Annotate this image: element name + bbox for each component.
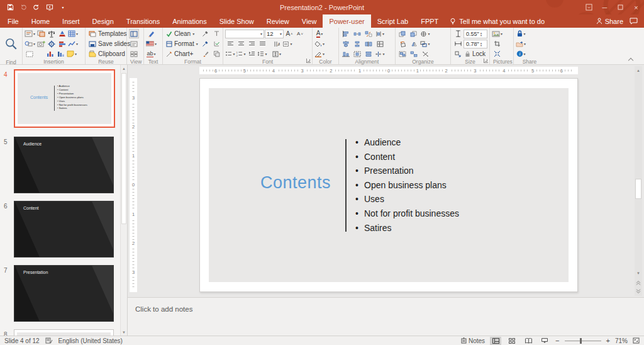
text-frame-icon[interactable] bbox=[25, 49, 35, 59]
size-dialog-launcher-icon[interactable] bbox=[484, 59, 488, 63]
maximize-icon[interactable] bbox=[613, 0, 628, 14]
match-size-icon[interactable]: ▾ bbox=[375, 49, 385, 59]
align-center-icon[interactable] bbox=[236, 39, 246, 48]
layers-icon[interactable]: ▾ bbox=[420, 29, 430, 38]
customize-qat-icon[interactable]: ▾ bbox=[58, 3, 67, 12]
thumbnail-slide-4[interactable]: Contents AudienceContentPresentationOpen… bbox=[14, 69, 115, 128]
insert-slide-icon[interactable]: ▾ bbox=[25, 29, 35, 38]
templates-button[interactable]: Templates bbox=[87, 29, 131, 38]
align-objects-left-icon[interactable] bbox=[341, 29, 351, 38]
comment-icon[interactable] bbox=[630, 18, 638, 25]
language-flag-icon[interactable]: ▾ bbox=[146, 39, 157, 48]
tab-power-user[interactable]: Power-user bbox=[323, 14, 370, 28]
protect-lock-icon[interactable]: ▾ bbox=[516, 29, 526, 38]
line-chart-icon[interactable]: ▾ bbox=[68, 39, 78, 48]
line-spacing-icon[interactable]: ▾ bbox=[257, 49, 267, 59]
outline-color-icon[interactable]: ▾ bbox=[314, 49, 325, 59]
brush-icon[interactable] bbox=[201, 49, 211, 59]
fill-color-icon[interactable]: ▾ bbox=[314, 39, 325, 48]
editor-scrollbar-thumb[interactable] bbox=[635, 179, 641, 199]
align-right-icon[interactable] bbox=[247, 39, 257, 48]
zoom-level[interactable]: 71% bbox=[615, 337, 628, 344]
thumbnail-slide-5[interactable]: Audience bbox=[14, 137, 114, 193]
height-icon[interactable] bbox=[453, 29, 463, 38]
language-indicator[interactable]: English (United States) bbox=[58, 337, 123, 344]
slideshow-view-button[interactable] bbox=[539, 337, 550, 345]
swap-position-icon[interactable] bbox=[364, 29, 374, 38]
tab-transitions[interactable]: Transitions bbox=[120, 14, 166, 28]
tab-file[interactable]: File bbox=[1, 14, 25, 28]
ungroup-objects-icon[interactable] bbox=[409, 49, 419, 59]
flip-icon[interactable] bbox=[409, 39, 419, 48]
format-button[interactable]: Format▾ bbox=[165, 39, 199, 48]
indent-icon[interactable] bbox=[247, 49, 257, 59]
chart-plus-button[interactable]: Chart+ bbox=[165, 49, 199, 59]
outline-view-icon[interactable] bbox=[129, 39, 139, 48]
previous-slide-icon[interactable] bbox=[635, 278, 642, 286]
spell-check-icon[interactable] bbox=[45, 337, 53, 344]
bullet-item[interactable]: Uses bbox=[355, 192, 459, 206]
thumbnail-slide-8[interactable] bbox=[14, 329, 114, 336]
font-name-select[interactable]: ▾ bbox=[225, 30, 264, 38]
dock-objects-icon[interactable] bbox=[364, 39, 374, 48]
reading-view-button[interactable] bbox=[523, 337, 534, 345]
editor-scrollbar[interactable]: ▲ ▼ bbox=[635, 66, 642, 296]
export-icon[interactable]: ▾ bbox=[516, 39, 526, 48]
zoom-out-button[interactable]: − bbox=[555, 337, 559, 344]
copy-format-icon[interactable] bbox=[212, 49, 222, 59]
grid-view-icon[interactable] bbox=[129, 49, 139, 59]
normal-view-icon[interactable] bbox=[129, 29, 139, 38]
bullet-item[interactable]: Presentation bbox=[355, 164, 459, 178]
thumbnail-slide-7[interactable]: Presentation bbox=[14, 265, 114, 322]
bullet-item[interactable]: Open business plans bbox=[355, 178, 459, 193]
collapse-ribbon-icon[interactable] bbox=[628, 57, 634, 62]
compress-icon[interactable] bbox=[492, 49, 502, 59]
clean-button[interactable]: Clean▾ bbox=[165, 29, 199, 38]
height-input[interactable]: 0.55"▴▾ bbox=[464, 30, 487, 38]
zoom-slider[interactable] bbox=[565, 341, 601, 341]
width-input[interactable]: 0.78"▴▾ bbox=[464, 40, 487, 48]
lock-button[interactable]: Lock bbox=[464, 49, 487, 59]
stacked-bar-icon[interactable] bbox=[57, 39, 67, 48]
font-color-icon[interactable]: A▾ bbox=[314, 29, 325, 38]
align-objects-center-icon[interactable] bbox=[341, 39, 351, 48]
align-left-icon[interactable] bbox=[225, 39, 235, 48]
save-slides-button[interactable]: Save slides bbox=[87, 39, 131, 48]
ribbon-display-options-icon[interactable] bbox=[581, 0, 597, 14]
save-icon[interactable] bbox=[6, 3, 14, 12]
slide-canvas[interactable]: Contents Audience Content Presentation O… bbox=[199, 78, 578, 292]
increase-font-icon[interactable]: A˄ bbox=[284, 29, 294, 38]
column-chart-icon[interactable] bbox=[45, 49, 55, 59]
scroll-up-icon[interactable]: ▲ bbox=[121, 65, 127, 72]
redo-icon[interactable] bbox=[32, 3, 41, 12]
tab-insert[interactable]: Insert bbox=[56, 14, 86, 28]
font-size-select[interactable]: 12▾ bbox=[265, 30, 284, 38]
table-icon[interactable]: ▾ bbox=[68, 29, 78, 38]
bullet-item[interactable]: Satires bbox=[355, 221, 459, 235]
pyramid-chart-icon[interactable] bbox=[57, 29, 67, 38]
scatter-icon[interactable] bbox=[420, 49, 430, 59]
tab-home[interactable]: Home bbox=[25, 14, 56, 28]
zoom-slider-thumb[interactable] bbox=[580, 338, 582, 344]
golden-canon-icon[interactable] bbox=[375, 39, 385, 48]
decrease-font-icon[interactable]: A˅ bbox=[295, 29, 305, 38]
sticky-note-icon[interactable]: ▾ bbox=[67, 49, 77, 59]
scroll-down-icon[interactable]: ▼ bbox=[121, 329, 127, 336]
thumbnail-scrollbar-thumb[interactable] bbox=[121, 73, 126, 224]
numbered-list-icon[interactable]: 12▾ bbox=[236, 49, 246, 59]
group-objects-icon[interactable] bbox=[397, 49, 408, 59]
align-objects-bottom-icon[interactable] bbox=[341, 49, 351, 59]
tell-me-box[interactable]: Tell me what you want to do bbox=[445, 14, 550, 28]
bullet-list-icon[interactable]: ▾ bbox=[225, 49, 235, 59]
tab-fppt[interactable]: FPPT bbox=[414, 14, 445, 28]
bring-forward-icon[interactable] bbox=[397, 29, 408, 38]
shapes-icon[interactable]: ▾ bbox=[25, 39, 35, 48]
image-icon[interactable]: ▾ bbox=[492, 29, 502, 38]
selection-pane-icon[interactable]: ▾ bbox=[420, 39, 430, 48]
eyedropper-alt-icon[interactable] bbox=[201, 39, 211, 48]
tab-slide-show[interactable]: Slide Show bbox=[213, 14, 260, 28]
tab-view[interactable]: View bbox=[296, 14, 323, 28]
start-slideshow-icon[interactable] bbox=[45, 3, 54, 12]
angle-check-icon[interactable] bbox=[212, 39, 222, 48]
snap-options-icon[interactable]: ▾ bbox=[375, 29, 385, 38]
